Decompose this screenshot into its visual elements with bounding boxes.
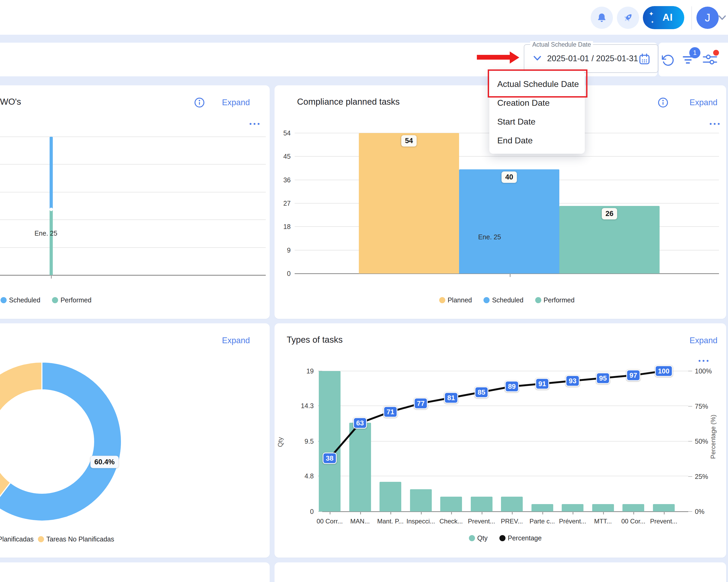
y-axis-tick-label: 9 xyxy=(275,246,291,254)
y-axis-title: Qty xyxy=(277,402,284,482)
legend-label: Tareas Planificadas xyxy=(0,535,34,543)
pareto-chart: 00 Corr...MAN...Mant. P...Inspecci...Che… xyxy=(322,371,688,511)
date-range-value: 2025-01-01 / 2025-01-31 xyxy=(547,54,632,63)
date-field-label: Actual Schedule Date xyxy=(530,41,593,48)
chart-settings-button[interactable] xyxy=(703,54,718,66)
legend-item[interactable]: Performed xyxy=(535,296,575,304)
chart-legend: Tareas PlanificadasTareas No Planificada… xyxy=(0,535,114,543)
x-axis-label: Ene. 25 xyxy=(6,229,86,237)
date-range-field[interactable]: Actual Schedule Date 2025-01-01 / 2025-0… xyxy=(524,44,658,73)
legend-dot xyxy=(535,297,541,303)
ai-assistant-button[interactable]: ✦ ✦ AI xyxy=(643,6,684,29)
ai-button-label: AI xyxy=(662,12,673,23)
reset-filters-button[interactable] xyxy=(661,54,674,68)
legend-label: Performed xyxy=(60,296,92,304)
bar-planned[interactable] xyxy=(359,133,459,274)
reset-icon xyxy=(661,54,674,67)
line-point-label[interactable]: 81 xyxy=(444,392,458,404)
line-point-label[interactable]: 63 xyxy=(353,417,367,429)
y-axis: 04.89.514.319 xyxy=(285,371,314,511)
legend-item[interactable]: Qty xyxy=(469,534,488,542)
donut-value-label: 60.4% xyxy=(90,456,119,468)
line-point-label[interactable]: 91 xyxy=(535,378,549,389)
x-axis-tick xyxy=(573,511,573,515)
more-options-icon[interactable]: ••• xyxy=(249,120,261,128)
x-axis-tick-label: MAN... xyxy=(350,518,370,525)
legend-label: Percentage xyxy=(508,534,542,542)
legend-item[interactable]: Percentage xyxy=(499,534,542,542)
bar-value-label: 54 xyxy=(401,135,417,146)
legend-label: Scheduled xyxy=(9,296,40,304)
x-axis-tick xyxy=(603,511,604,515)
bar-performed[interactable] xyxy=(50,210,53,275)
donut-slice[interactable] xyxy=(0,362,42,505)
bar-scheduled[interactable] xyxy=(459,169,559,274)
grid-line xyxy=(295,156,719,157)
line-point-label[interactable]: 85 xyxy=(474,386,489,398)
legend-item[interactable]: Scheduled xyxy=(484,296,523,304)
line-point-label[interactable]: 71 xyxy=(384,406,397,417)
rocket-icon xyxy=(622,12,634,24)
secondary-y-axis: 0%25%50%75%100% xyxy=(695,371,724,511)
line-point-label[interactable]: 77 xyxy=(414,397,428,409)
card-title: Types of tasks xyxy=(287,335,343,345)
legend-item[interactable]: Planned xyxy=(439,296,472,304)
wos-chart xyxy=(0,137,267,275)
expand-button[interactable]: Expand xyxy=(222,98,250,107)
whats-new-button[interactable] xyxy=(617,7,639,29)
legend-item[interactable]: Tareas No Planificadas xyxy=(38,535,114,543)
info-icon[interactable] xyxy=(657,97,669,108)
x-axis-label: Ene. 25 xyxy=(450,233,529,241)
card-partial xyxy=(275,562,726,582)
x-axis-tick-label: PREV... xyxy=(501,518,523,525)
line-point-label[interactable]: 97 xyxy=(626,369,641,381)
x-axis-tick xyxy=(360,511,361,515)
info-icon[interactable] xyxy=(194,97,205,108)
expand-button[interactable]: Expand xyxy=(222,336,250,345)
legend-item[interactable]: Scheduled xyxy=(1,296,40,304)
line-point-label[interactable]: 100 xyxy=(655,365,673,377)
y-axis-tick-label: 36 xyxy=(275,176,291,184)
grid-line xyxy=(0,164,266,165)
calendar-icon[interactable] xyxy=(638,53,651,65)
user-avatar-button[interactable]: J xyxy=(697,7,719,29)
legend-dot xyxy=(52,297,58,303)
y-axis-tick-label: 9.5 xyxy=(285,438,314,445)
legend-dot xyxy=(469,535,475,541)
line-point-label[interactable]: 38 xyxy=(323,452,337,464)
legend-item[interactable]: Tareas Planificadas xyxy=(0,535,34,543)
secondary-y-axis-tick-label: 100% xyxy=(695,367,724,375)
notifications-button[interactable] xyxy=(591,7,613,29)
expand-button[interactable]: Expand xyxy=(690,336,718,345)
annotation-highlight-box xyxy=(488,70,588,98)
line-point-label[interactable]: 95 xyxy=(596,372,610,384)
bar-scheduled[interactable] xyxy=(50,137,53,210)
chevron-down-icon[interactable] xyxy=(718,15,726,20)
menu-item-end-date[interactable]: End Date xyxy=(489,131,585,150)
legend-dot xyxy=(484,297,490,303)
chart-legend: QtyPercentage xyxy=(322,534,688,542)
axis-tick xyxy=(688,511,692,512)
app-header: ✦ ✦ AI J xyxy=(0,0,728,35)
secondary-y-axis-tick-label: 25% xyxy=(695,473,724,480)
more-options-icon[interactable]: ••• xyxy=(698,357,710,365)
y-axis-tick-label: 4.8 xyxy=(285,472,314,480)
axis-tick xyxy=(688,476,692,477)
line-point-label[interactable]: 93 xyxy=(566,375,580,387)
more-options-icon[interactable]: ••• xyxy=(709,120,721,128)
expand-button[interactable]: Expand xyxy=(690,98,718,107)
chevron-down-icon[interactable] xyxy=(533,55,541,61)
y-axis-tick-label: 14.3 xyxy=(285,402,314,410)
x-axis-tick xyxy=(330,511,331,515)
x-axis-tick-label: Parte c... xyxy=(529,518,555,525)
compliance-chart: 544026 xyxy=(295,133,719,274)
legend-item[interactable]: Performed xyxy=(52,296,92,304)
y-axis-tick-label: 45 xyxy=(275,153,291,160)
line-point-label[interactable]: 89 xyxy=(505,381,519,392)
legend-label: Performed xyxy=(544,296,575,304)
y-axis-tick-label: 0 xyxy=(285,508,314,516)
menu-item-start-date[interactable]: Start Date xyxy=(489,112,585,131)
y-axis-tick-label: 19 xyxy=(285,367,314,375)
secondary-y-axis-tick-label: 50% xyxy=(695,438,724,445)
card-wos: WO's Expand ••• Ene. 25 ScheduledPerform… xyxy=(0,85,270,319)
